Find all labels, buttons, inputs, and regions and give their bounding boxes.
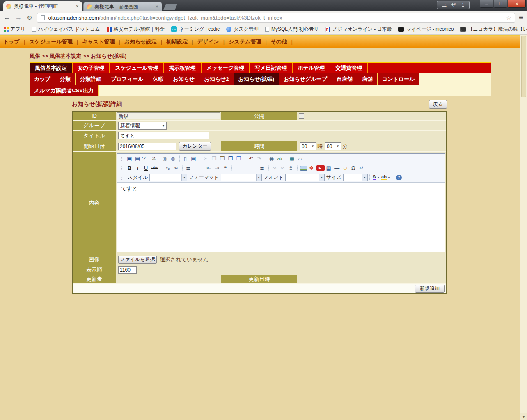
scrollbar-down-icon[interactable]: ▼	[520, 413, 527, 420]
category-menu-item[interactable]: 掲示板管理	[164, 63, 202, 73]
indent-icon[interactable]: ⇥	[214, 164, 221, 172]
date-input[interactable]: 2016/08/05	[118, 143, 176, 150]
bookmark-item[interactable]: 格安ホテル·旅館｜料金	[107, 26, 165, 33]
publish-checkbox[interactable]	[299, 113, 304, 119]
omega-icon[interactable]: Ω	[350, 164, 357, 172]
topnav-item[interactable]: 初期設定	[166, 38, 197, 46]
align-justify-icon[interactable]: ≣	[259, 164, 266, 172]
topnav-item[interactable]: トップ	[3, 38, 29, 46]
tab-admin-active[interactable]: 奥様電車 - 管理画面 ✕	[3, 1, 82, 11]
restore-button[interactable]: ❐	[494, 0, 507, 8]
sub-menu-item[interactable]: 休暇	[148, 73, 168, 85]
sub-menu-item[interactable]: お知らせ2	[199, 73, 234, 85]
size-select[interactable]: ▼	[343, 174, 368, 181]
paste-text-icon[interactable]: ❒	[227, 155, 235, 162]
minute-select[interactable]: 00 ▼	[325, 142, 341, 150]
file-select-button[interactable]: ファイルを選択	[118, 256, 157, 264]
spellcheck-icon[interactable]: ◍	[170, 155, 177, 162]
topnav-item[interactable]: システム管理	[229, 38, 271, 46]
scrollbar-thumb[interactable]	[521, 36, 526, 97]
smiley-icon[interactable]: ☺	[342, 164, 349, 172]
bookmark-item[interactable]: ハイウェイバス ドットコム	[32, 26, 100, 33]
topnav-item[interactable]: キャスト管理	[82, 38, 124, 46]
copy-icon[interactable]: ❐	[211, 155, 218, 162]
chrome-menu-icon[interactable]: ≡	[519, 13, 523, 22]
calendar-button[interactable]: カレンダー	[179, 142, 211, 151]
bookmark-item[interactable]: アプリ	[4, 26, 25, 33]
style-select[interactable]: ▼	[149, 174, 187, 181]
sub-menu-item[interactable]: お知らせ(拡張)	[234, 73, 280, 85]
bookmark-star-icon[interactable]: ☆	[506, 14, 511, 21]
cut-icon[interactable]: ✂	[203, 155, 210, 162]
youtube-icon[interactable]: ▶	[316, 165, 325, 171]
sub-menu-item[interactable]: 分類	[55, 73, 76, 85]
align-left-icon[interactable]: ≡	[234, 164, 242, 172]
back-button[interactable]: 戻る	[429, 100, 447, 109]
strike-icon[interactable]: abc	[151, 164, 160, 172]
group-select[interactable]: 新着情報 ▼	[118, 122, 167, 130]
category-menu-item[interactable]: 風俗基本設定	[30, 63, 73, 73]
pagebreak-icon[interactable]: ↵	[358, 164, 366, 172]
sub-menu-item[interactable]: 分類詳細	[76, 73, 106, 85]
category-menu-item[interactable]: メッセージ管理	[202, 63, 250, 73]
help-icon[interactable]: ?	[396, 175, 402, 180]
bookmark-item[interactable]: タスク管理	[226, 26, 259, 33]
topnav-item[interactable]: その他	[271, 38, 297, 46]
tab-close-icon[interactable]: ✕	[155, 4, 159, 9]
tab-close-icon[interactable]: ✕	[76, 4, 79, 9]
sub-menu-item[interactable]: メルマガ購読者CSV出力	[30, 85, 99, 96]
maximize-icon[interactable]: ▣	[126, 155, 134, 162]
close-button[interactable]: ✕	[508, 0, 526, 8]
unlink-icon[interactable]: ∞	[280, 164, 287, 172]
topnav-item[interactable]: スケジュール管理	[29, 38, 82, 46]
bold-icon[interactable]: B	[126, 164, 134, 172]
chrome-user-button[interactable]: ユーザー 1	[437, 1, 470, 9]
anchor-icon[interactable]: ⚓	[288, 164, 295, 172]
replace-icon[interactable]: ab	[277, 155, 284, 162]
topnav-item[interactable]: お知らせ設定	[124, 38, 166, 46]
align-center-icon[interactable]: ≡	[243, 164, 250, 172]
subscript-icon[interactable]: x₂	[165, 164, 172, 172]
category-menu-item[interactable]: 交通費管理	[330, 63, 368, 73]
new-tab-button[interactable]	[163, 4, 177, 10]
bookmark-item[interactable]: ネーミング | codic	[171, 26, 220, 33]
table-icon[interactable]: ▦	[325, 164, 333, 172]
hour-select[interactable]: 00 ▼	[300, 142, 316, 150]
bullet-list-icon[interactable]: ≡	[193, 164, 201, 172]
redo-icon[interactable]: ↷	[256, 155, 264, 162]
superscript-icon[interactable]: x²	[173, 164, 180, 172]
sub-menu-item[interactable]: お知らせ	[168, 73, 199, 85]
tab-admin-inactive[interactable]: 奥様電車 - 管理画面 ✕	[83, 2, 162, 11]
bookmark-item[interactable]: 【ニコカラ】魔法の鏡【レン	[460, 26, 527, 33]
title-input[interactable]: てすと	[118, 132, 209, 139]
forward-icon[interactable]: →	[15, 14, 22, 21]
hr-icon[interactable]: ―	[334, 164, 341, 172]
preview-icon[interactable]: ◎	[162, 155, 169, 162]
new-page-icon[interactable]: ▯	[182, 155, 190, 162]
sub-menu-item[interactable]: 自店舗	[332, 73, 357, 85]
sub-menu-item[interactable]: プロフィール	[106, 73, 149, 85]
format-select[interactable]: ▼	[221, 174, 262, 181]
remove-format-icon[interactable]: ▱	[297, 155, 305, 162]
sub-menu-item[interactable]: カップ	[30, 73, 55, 85]
underline-icon[interactable]: U	[143, 164, 150, 172]
category-menu-item[interactable]: ホテル管理	[293, 63, 330, 73]
bg-color-button[interactable]: ab ▼	[381, 174, 390, 180]
bookmark-item[interactable]: マイページ - niconico	[398, 26, 454, 33]
editor-content-area[interactable]: てすと	[117, 182, 445, 252]
back-icon[interactable]: ←	[4, 14, 10, 21]
bookmark-item[interactable]: MySQL入門 初心者リ	[265, 26, 319, 33]
paste-word-icon[interactable]: ❒	[236, 155, 243, 162]
image-icon[interactable]	[300, 166, 307, 171]
link-icon[interactable]: ∞	[271, 164, 279, 172]
numbered-list-icon[interactable]: ≣	[185, 164, 192, 172]
font-select[interactable]: ▼	[285, 174, 325, 181]
category-menu-item[interactable]: 女の子管理	[73, 63, 110, 73]
text-color-button[interactable]: A ▼	[373, 174, 380, 180]
page-scrollbar[interactable]: ▼	[520, 35, 527, 420]
italic-icon[interactable]: I	[135, 164, 142, 172]
order-input[interactable]: 1160	[118, 266, 137, 274]
category-menu-item[interactable]: スケジュール管理	[110, 63, 164, 73]
paste-icon[interactable]: ❒	[219, 155, 227, 162]
topnav-item[interactable]: デザイン	[197, 38, 229, 46]
